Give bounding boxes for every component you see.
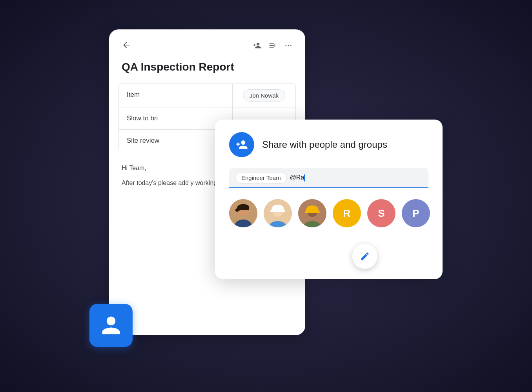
avatar-p-label: P xyxy=(412,207,419,220)
person-icon xyxy=(100,314,122,336)
table-row-item: Item Jon Nowak xyxy=(119,84,295,107)
avatar-person-c[interactable] xyxy=(298,199,326,227)
avatar-s[interactable]: S xyxy=(367,199,395,227)
text-cursor xyxy=(304,174,305,181)
avatar-r[interactable]: R xyxy=(333,199,361,227)
svg-rect-11 xyxy=(270,210,285,212)
avatar-person-b[interactable] xyxy=(264,199,292,227)
more-icon[interactable] xyxy=(284,41,293,52)
card-header xyxy=(109,29,305,60)
cell-item-label: Item xyxy=(119,84,233,107)
share-input-text[interactable]: @Ra xyxy=(290,174,422,181)
share-dialog: Share with people and groups Engineer Te… xyxy=(215,120,443,279)
avatar-r-label: R xyxy=(343,207,351,220)
avatar-p[interactable]: P xyxy=(402,199,430,227)
name-badge: Jon Nowak xyxy=(243,89,285,102)
avatars-row: R S P xyxy=(229,199,428,227)
svg-point-7 xyxy=(235,209,239,212)
share-header: Share with people and groups xyxy=(229,132,428,157)
engineer-team-tag[interactable]: Engineer Team xyxy=(235,172,287,183)
edit-icon xyxy=(360,251,370,261)
svg-point-0 xyxy=(285,45,286,46)
back-button[interactable] xyxy=(122,40,131,52)
svg-point-1 xyxy=(288,45,289,46)
header-actions xyxy=(253,41,293,52)
avatar-s-label: S xyxy=(378,207,384,220)
share-input-container[interactable]: Engineer Team @Ra xyxy=(229,168,428,188)
svg-rect-15 xyxy=(305,211,320,213)
cell-item-value: Jon Nowak xyxy=(233,84,295,107)
notes-icon[interactable] xyxy=(268,41,277,52)
blue-icon-card xyxy=(89,304,133,347)
share-dialog-title: Share with people and groups xyxy=(262,138,387,151)
add-person-icon[interactable] xyxy=(253,41,261,52)
avatar-person-a[interactable] xyxy=(229,199,257,227)
svg-point-2 xyxy=(290,45,292,46)
share-icon-circle xyxy=(229,132,254,157)
add-person-share-icon xyxy=(235,138,248,151)
report-title: QA Inspection Report xyxy=(109,60,305,83)
edit-fab[interactable] xyxy=(352,244,377,269)
